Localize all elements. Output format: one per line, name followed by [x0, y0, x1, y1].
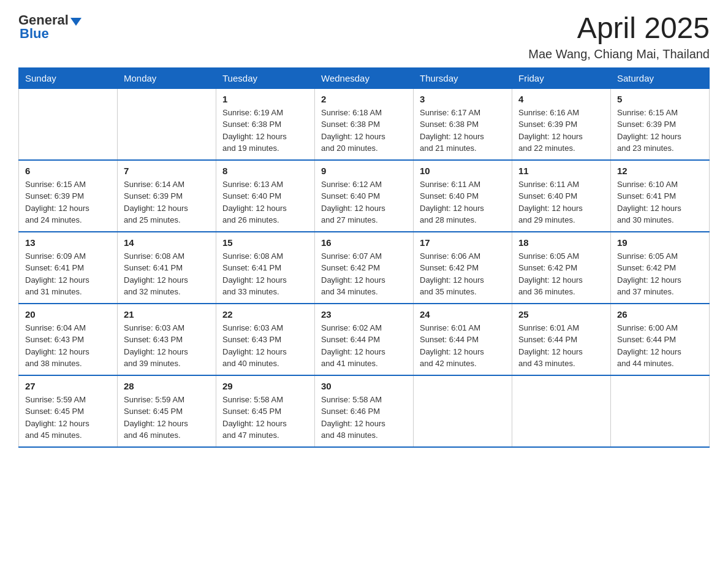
day-info: Sunrise: 6:19 AMSunset: 6:38 PMDaylight:… [222, 107, 308, 155]
calendar-day-cell: 17Sunrise: 6:06 AMSunset: 6:42 PMDayligh… [414, 232, 512, 304]
day-number: 14 [124, 237, 210, 248]
day-number: 9 [321, 166, 407, 176]
location-title: Mae Wang, Chiang Mai, Thailand [528, 47, 710, 61]
calendar-table: SundayMondayTuesdayWednesdayThursdayFrid… [18, 67, 710, 448]
day-number: 26 [617, 309, 703, 320]
calendar-day-cell: 22Sunrise: 6:03 AMSunset: 6:43 PMDayligh… [216, 304, 315, 375]
day-info: Sunrise: 6:03 AMSunset: 6:43 PMDaylight:… [222, 322, 308, 370]
day-number: 24 [420, 309, 506, 320]
calendar-day-cell: 29Sunrise: 5:58 AMSunset: 6:45 PMDayligh… [216, 375, 315, 447]
logo-blue-text: Blue [18, 26, 49, 42]
calendar-day-cell: 1Sunrise: 6:19 AMSunset: 6:38 PMDaylight… [216, 88, 315, 160]
calendar-day-cell: 19Sunrise: 6:05 AMSunset: 6:42 PMDayligh… [611, 232, 710, 304]
day-of-week-header: Sunday [19, 67, 118, 88]
day-number: 17 [420, 237, 506, 248]
calendar-day-cell [512, 375, 611, 447]
day-info: Sunrise: 5:58 AMSunset: 6:45 PMDaylight:… [222, 394, 308, 442]
day-info: Sunrise: 6:07 AMSunset: 6:42 PMDaylight:… [321, 250, 407, 298]
day-of-week-header: Friday [512, 67, 611, 88]
day-of-week-header: Thursday [414, 67, 512, 88]
day-info: Sunrise: 6:01 AMSunset: 6:44 PMDaylight:… [518, 322, 604, 370]
day-of-week-header: Tuesday [216, 67, 315, 88]
day-number: 8 [222, 166, 308, 176]
calendar-day-cell: 11Sunrise: 6:11 AMSunset: 6:40 PMDayligh… [512, 160, 611, 232]
calendar-day-cell: 12Sunrise: 6:10 AMSunset: 6:41 PMDayligh… [611, 160, 710, 232]
day-number: 22 [222, 309, 308, 320]
day-of-week-header: Saturday [611, 67, 710, 88]
day-info: Sunrise: 6:14 AMSunset: 6:39 PMDaylight:… [124, 178, 210, 226]
calendar-day-cell: 3Sunrise: 6:17 AMSunset: 6:38 PMDaylight… [414, 88, 512, 160]
day-number: 18 [518, 237, 604, 248]
day-info: Sunrise: 5:59 AMSunset: 6:45 PMDaylight:… [124, 394, 210, 442]
calendar-day-cell: 24Sunrise: 6:01 AMSunset: 6:44 PMDayligh… [414, 304, 512, 375]
calendar-day-cell: 25Sunrise: 6:01 AMSunset: 6:44 PMDayligh… [512, 304, 611, 375]
calendar-day-cell [118, 88, 216, 160]
calendar-week-row: 1Sunrise: 6:19 AMSunset: 6:38 PMDaylight… [19, 88, 710, 160]
calendar-day-cell: 26Sunrise: 6:00 AMSunset: 6:44 PMDayligh… [611, 304, 710, 375]
calendar-week-row: 13Sunrise: 6:09 AMSunset: 6:41 PMDayligh… [19, 232, 710, 304]
day-number: 21 [124, 309, 210, 320]
day-info: Sunrise: 6:09 AMSunset: 6:41 PMDaylight:… [25, 250, 111, 298]
calendar-header-row: SundayMondayTuesdayWednesdayThursdayFrid… [19, 67, 710, 88]
calendar-day-cell: 10Sunrise: 6:11 AMSunset: 6:40 PMDayligh… [414, 160, 512, 232]
logo: General Blue [18, 12, 82, 42]
day-info: Sunrise: 6:13 AMSunset: 6:40 PMDaylight:… [222, 178, 308, 226]
day-info: Sunrise: 6:00 AMSunset: 6:44 PMDaylight:… [617, 322, 703, 370]
page-header: General Blue April 2025 Mae Wang, Chiang… [18, 12, 710, 61]
day-info: Sunrise: 6:04 AMSunset: 6:43 PMDaylight:… [25, 322, 111, 370]
calendar-day-cell: 18Sunrise: 6:05 AMSunset: 6:42 PMDayligh… [512, 232, 611, 304]
day-info: Sunrise: 6:15 AMSunset: 6:39 PMDaylight:… [617, 107, 703, 155]
day-number: 10 [420, 166, 506, 176]
title-block: April 2025 Mae Wang, Chiang Mai, Thailan… [528, 12, 710, 61]
calendar-day-cell: 30Sunrise: 5:58 AMSunset: 6:46 PMDayligh… [315, 375, 414, 447]
day-number: 30 [321, 381, 407, 391]
day-number: 7 [124, 166, 210, 176]
day-number: 16 [321, 237, 407, 248]
calendar-day-cell [414, 375, 512, 447]
calendar-day-cell: 7Sunrise: 6:14 AMSunset: 6:39 PMDaylight… [118, 160, 216, 232]
day-number: 19 [617, 237, 703, 248]
day-info: Sunrise: 6:15 AMSunset: 6:39 PMDaylight:… [25, 178, 111, 226]
day-info: Sunrise: 6:11 AMSunset: 6:40 PMDaylight:… [420, 178, 506, 226]
day-number: 25 [518, 309, 604, 320]
day-of-week-header: Monday [118, 67, 216, 88]
day-info: Sunrise: 6:16 AMSunset: 6:39 PMDaylight:… [518, 107, 604, 155]
calendar-day-cell: 9Sunrise: 6:12 AMSunset: 6:40 PMDaylight… [315, 160, 414, 232]
day-info: Sunrise: 6:17 AMSunset: 6:38 PMDaylight:… [420, 107, 506, 155]
day-info: Sunrise: 6:05 AMSunset: 6:42 PMDaylight:… [617, 250, 703, 298]
day-info: Sunrise: 6:12 AMSunset: 6:40 PMDaylight:… [321, 178, 407, 226]
calendar-day-cell: 15Sunrise: 6:08 AMSunset: 6:41 PMDayligh… [216, 232, 315, 304]
day-number: 15 [222, 237, 308, 248]
calendar-day-cell: 23Sunrise: 6:02 AMSunset: 6:44 PMDayligh… [315, 304, 414, 375]
day-info: Sunrise: 6:08 AMSunset: 6:41 PMDaylight:… [222, 250, 308, 298]
calendar-day-cell: 20Sunrise: 6:04 AMSunset: 6:43 PMDayligh… [19, 304, 118, 375]
logo-triangle-icon [70, 18, 82, 26]
day-number: 1 [222, 94, 308, 104]
calendar-day-cell: 8Sunrise: 6:13 AMSunset: 6:40 PMDaylight… [216, 160, 315, 232]
calendar-day-cell: 6Sunrise: 6:15 AMSunset: 6:39 PMDaylight… [19, 160, 118, 232]
calendar-day-cell: 16Sunrise: 6:07 AMSunset: 6:42 PMDayligh… [315, 232, 414, 304]
day-info: Sunrise: 6:03 AMSunset: 6:43 PMDaylight:… [124, 322, 210, 370]
calendar-day-cell: 13Sunrise: 6:09 AMSunset: 6:41 PMDayligh… [19, 232, 118, 304]
day-info: Sunrise: 6:06 AMSunset: 6:42 PMDaylight:… [420, 250, 506, 298]
day-number: 5 [617, 94, 703, 104]
day-info: Sunrise: 5:58 AMSunset: 6:46 PMDaylight:… [321, 394, 407, 442]
day-info: Sunrise: 6:02 AMSunset: 6:44 PMDaylight:… [321, 322, 407, 370]
calendar-day-cell: 21Sunrise: 6:03 AMSunset: 6:43 PMDayligh… [118, 304, 216, 375]
calendar-day-cell: 5Sunrise: 6:15 AMSunset: 6:39 PMDaylight… [611, 88, 710, 160]
day-info: Sunrise: 5:59 AMSunset: 6:45 PMDaylight:… [25, 394, 111, 442]
day-number: 4 [518, 94, 604, 104]
day-number: 13 [25, 237, 111, 248]
day-info: Sunrise: 6:18 AMSunset: 6:38 PMDaylight:… [321, 107, 407, 155]
day-info: Sunrise: 6:10 AMSunset: 6:41 PMDaylight:… [617, 178, 703, 226]
day-number: 12 [617, 166, 703, 176]
day-info: Sunrise: 6:05 AMSunset: 6:42 PMDaylight:… [518, 250, 604, 298]
calendar-day-cell: 14Sunrise: 6:08 AMSunset: 6:41 PMDayligh… [118, 232, 216, 304]
day-info: Sunrise: 6:08 AMSunset: 6:41 PMDaylight:… [124, 250, 210, 298]
day-of-week-header: Wednesday [315, 67, 414, 88]
calendar-day-cell [611, 375, 710, 447]
day-number: 2 [321, 94, 407, 104]
day-number: 29 [222, 381, 308, 391]
calendar-day-cell: 2Sunrise: 6:18 AMSunset: 6:38 PMDaylight… [315, 88, 414, 160]
calendar-week-row: 27Sunrise: 5:59 AMSunset: 6:45 PMDayligh… [19, 375, 710, 447]
